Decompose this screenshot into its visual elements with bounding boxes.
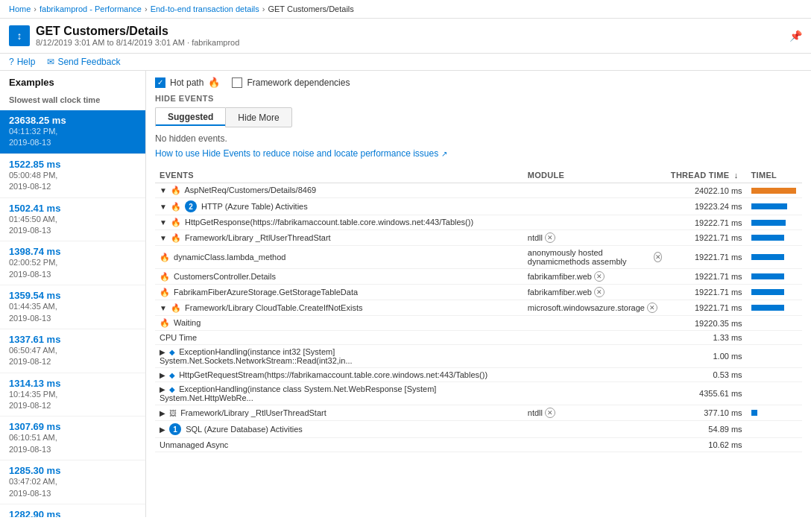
tree-toggle-14[interactable] — [160, 425, 165, 434]
sidebar-time-7: 1307.69 ms — [9, 421, 136, 432]
module-name: fabrikamfiber.web — [528, 272, 592, 281]
event-cell: 1 SQL (Azure Database) Activities — [155, 421, 523, 438]
fire-icon: 🔥 — [160, 272, 170, 281]
event-label: FabrikamFiberAzureStorage.GetStorageTabl… — [174, 288, 358, 297]
hide-events-help-link[interactable]: How to use Hide Events to reduce noise a… — [155, 148, 447, 159]
module-remove-icon[interactable]: ✕ — [594, 287, 605, 297]
breadcrumb-fabrikamprod[interactable]: fabrikamprod - Performance — [40, 4, 142, 13]
timel-bar — [751, 203, 787, 209]
table-row: 🖼 Framework/Library _RtlUserThreadStart … — [155, 405, 802, 421]
sidebar-item-5[interactable]: 1337.61 ms 06:50:47 AM,2019-08-12 — [0, 329, 145, 373]
tree-toggle-3[interactable] — [160, 234, 167, 242]
breadcrumb: Home › fabrikamprod - Performance › End-… — [0, 0, 811, 19]
event-label: Unmanaged Async — [160, 440, 228, 449]
timel-cell — [747, 183, 802, 198]
event-label: CPU Time — [160, 333, 197, 342]
col-events-header: EVENTS — [155, 168, 523, 183]
sidebar-time-0: 23638.25 ms — [9, 115, 136, 126]
module-name: anonymously hosted dynamicmethods assemb… — [528, 248, 652, 266]
badge-2: 2 — [185, 200, 197, 212]
sidebar-item-3[interactable]: 1398.74 ms 02:00:52 PM,2019-08-13 — [0, 241, 145, 285]
framework-deps-checkbox[interactable] — [232, 77, 242, 88]
tree-toggle-0[interactable] — [160, 186, 167, 194]
timel-cell — [747, 405, 802, 421]
thread-time-cell: 10.62 ms — [666, 438, 747, 452]
sidebar-time-4: 1359.54 ms — [9, 290, 136, 301]
event-label: Waiting — [174, 318, 201, 327]
module-remove-icon[interactable]: ✕ — [654, 252, 661, 262]
breadcrumb-current: GET Customers/Details — [268, 4, 353, 13]
event-cell: CPU Time — [155, 331, 523, 345]
sidebar-item-6[interactable]: 1314.13 ms 10:14:35 PM,2019-08-12 — [0, 373, 145, 417]
sidebar-item-2[interactable]: 1502.41 ms 01:45:50 AM,2019-08-13 — [0, 198, 145, 242]
timel-bar — [751, 188, 796, 194]
module-tag: anonymously hosted dynamicmethods assemb… — [528, 248, 662, 266]
sidebar-date-7: 06:10:51 AM,2019-08-13 — [9, 432, 136, 455]
module-cell: fabrikamfiber.web ✕ — [523, 269, 666, 285]
help-label: Help — [17, 57, 36, 67]
module-cell — [523, 368, 666, 382]
hot-path-fire-icon: 🔥 — [208, 77, 220, 88]
feedback-icon: ✉ — [47, 57, 54, 67]
page-icon: ↕ — [9, 25, 30, 46]
sidebar-item-1[interactable]: 1522.85 ms 05:00:48 PM,2019-08-12 — [0, 154, 145, 198]
timel-bar — [751, 305, 784, 311]
tree-toggle-7[interactable] — [160, 304, 167, 312]
tree-toggle-2[interactable] — [160, 218, 167, 227]
timel-cell — [747, 215, 802, 230]
module-name: ntdll — [528, 408, 543, 417]
timel-cell — [747, 421, 802, 438]
module-tag: ntdll ✕ — [528, 408, 555, 418]
breadcrumb-e2e[interactable]: End-to-end transaction details — [151, 4, 259, 13]
tree-toggle-13[interactable] — [160, 409, 165, 417]
thread-time-cell: 377.10 ms — [666, 405, 747, 421]
event-label: CustomersController.Details — [174, 272, 276, 281]
tree-toggle-12[interactable] — [160, 385, 165, 393]
tree-toggle-11[interactable] — [160, 371, 165, 379]
module-remove-icon[interactable]: ✕ — [545, 408, 555, 418]
pin-icon[interactable]: 📌 — [789, 30, 802, 42]
module-remove-icon[interactable]: ✕ — [594, 271, 605, 282]
breadcrumb-home[interactable]: Home — [9, 4, 31, 13]
hot-path-checkbox-label[interactable]: Hot path 🔥 — [155, 77, 220, 88]
sidebar-item-9[interactable]: 1282.90 ms 01:42:08 PM,2019-08-12 — [0, 504, 145, 517]
hot-path-checkbox[interactable] — [155, 77, 165, 88]
sidebar-item-4[interactable]: 1359.54 ms 01:44:35 AM,2019-08-13 — [0, 285, 145, 329]
send-feedback-button[interactable]: ✉ Send Feedback — [47, 57, 120, 67]
event-label: AspNetReq/Customers/Details/8469 — [184, 186, 316, 194]
event-cell: 🔥 HttpGetResponse(https://fabrikamaccoun… — [155, 215, 523, 230]
timel-cell — [747, 382, 802, 405]
module-cell — [523, 198, 666, 215]
table-row: 🔥 dynamicClass.lambda_method anonymously… — [155, 246, 802, 269]
help-button[interactable]: ? Help — [9, 57, 35, 67]
module-remove-icon[interactable]: ✕ — [647, 303, 657, 313]
thread-time-cell: 54.89 ms — [666, 421, 747, 438]
sidebar-item-0[interactable]: 23638.25 ms 04:11:32 PM,2019-08-13 — [0, 110, 145, 154]
tree-toggle-1[interactable] — [160, 203, 167, 211]
hide-more-tab[interactable]: Hide More — [225, 107, 291, 127]
timel-cell — [747, 331, 802, 345]
thread-time-cell: 24022.10 ms — [666, 183, 747, 198]
module-remove-icon[interactable]: ✕ — [545, 232, 555, 243]
module-cell — [523, 438, 666, 452]
timel-bar — [751, 220, 786, 226]
col-thread-header[interactable]: THREAD TIME ↓ — [666, 168, 747, 183]
fire-icon: 🔥 — [171, 186, 181, 194]
tree-toggle-10[interactable] — [160, 348, 165, 356]
module-cell: ntdll ✕ — [523, 405, 666, 421]
fire-icon: 🔥 — [160, 253, 170, 262]
event-label: HttpGetRequestStream(https://fabrikamacc… — [179, 370, 487, 379]
timel-cell — [747, 285, 802, 300]
diamond-icon: ◆ — [169, 371, 175, 379]
sidebar-item-7[interactable]: 1307.69 ms 06:10:51 AM,2019-08-13 — [0, 417, 145, 460]
event-label: HttpGetResponse(https://fabrikamaccount.… — [185, 218, 473, 227]
hot-path-label: Hot path — [170, 77, 203, 88]
suggested-tab[interactable]: Suggested — [155, 107, 225, 127]
sidebar-item-8[interactable]: 1285.30 ms 03:47:02 AM,2019-08-13 — [0, 460, 145, 504]
timel-bar — [751, 410, 757, 416]
sidebar-date-1: 05:00:48 PM,2019-08-12 — [9, 170, 136, 193]
framework-deps-checkbox-label[interactable]: Framework dependencies — [232, 77, 350, 88]
module-cell — [523, 215, 666, 230]
event-label: Framework/Library _RtlUserThreadStart — [185, 233, 331, 242]
module-name: microsoft.windowsazure.storage — [528, 303, 645, 312]
